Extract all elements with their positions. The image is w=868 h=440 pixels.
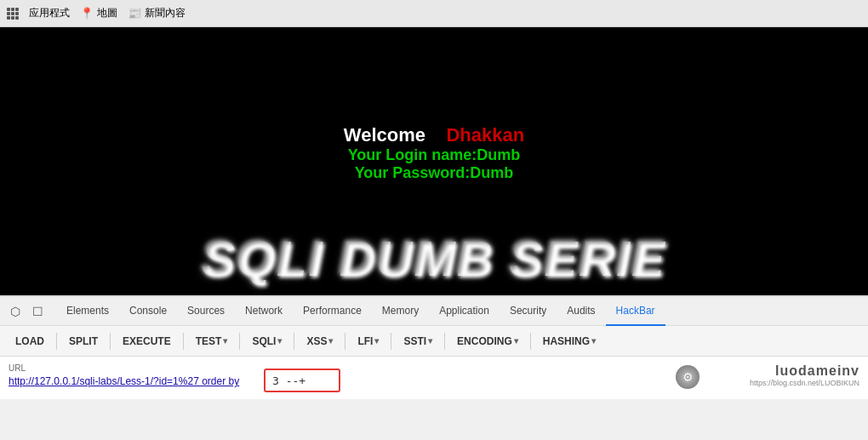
- divider-5: [294, 333, 294, 350]
- url-value-text[interactable]: http://127.0.0.1/sqli-labs/Less-1/?id=1%…: [9, 375, 239, 387]
- welcome-line: Welcome Dhakkan: [344, 124, 524, 146]
- hackbar-load-button[interactable]: LOAD: [9, 332, 51, 351]
- url-order-input[interactable]: 3 --+: [264, 369, 340, 392]
- app-menu-item-maps[interactable]: 📍 地圖: [80, 6, 117, 20]
- divider-7: [391, 333, 391, 350]
- apps-label: 应用程式: [29, 6, 70, 20]
- lfi-dropdown-arrow: ▾: [374, 336, 379, 346]
- app-menu-item-news[interactable]: 📰 新聞內容: [128, 6, 186, 20]
- hashing-dropdown-arrow: ▾: [591, 336, 596, 346]
- luodameinv-name: luodameinv: [775, 363, 859, 379]
- encoding-dropdown-arrow: ▾: [514, 336, 518, 346]
- map-icon: 📍: [80, 7, 94, 20]
- divider-8: [444, 333, 445, 350]
- news-icon: 📰: [128, 7, 141, 20]
- tab-application[interactable]: Application: [429, 297, 500, 326]
- dhakkan-name: Dhakkan: [446, 124, 524, 146]
- devtools-panel: ⬡ ☐ Elements Console Sources Network Per…: [0, 295, 868, 399]
- sqli-dropdown-arrow: ▾: [277, 336, 282, 346]
- tab-memory[interactable]: Memory: [372, 297, 429, 326]
- tab-console[interactable]: Console: [119, 297, 177, 326]
- divider-2: [110, 333, 111, 350]
- luodameinv-icon: ⚙: [676, 365, 700, 389]
- grid-icon: [7, 8, 19, 20]
- maps-label: 地圖: [97, 6, 117, 20]
- xss-dropdown-arrow: ▾: [328, 336, 333, 346]
- divider-3: [183, 333, 184, 350]
- hackbar-encoding-button[interactable]: ENCODING ▾: [450, 332, 525, 351]
- tab-security[interactable]: Security: [500, 297, 557, 326]
- test-dropdown-arrow: ▾: [223, 336, 227, 346]
- divider-6: [345, 333, 345, 350]
- password-line: Your Password:Dumb: [344, 164, 524, 182]
- tab-sources[interactable]: Sources: [177, 297, 235, 326]
- browser-top-bar: 应用程式 📍 地圖 📰 新聞內容: [0, 0, 868, 27]
- hackbar-hashing-button[interactable]: HASHING ▾: [536, 332, 602, 351]
- url-label: URL: [9, 363, 26, 373]
- hackbar-url-row: URL http://127.0.0.1/sqli-labs/Less-1/?i…: [0, 357, 868, 399]
- welcome-block: Welcome Dhakkan Your Login name:Dumb You…: [344, 124, 524, 182]
- tab-performance[interactable]: Performance: [293, 297, 372, 326]
- tab-audits[interactable]: Audits: [557, 297, 605, 326]
- login-name-line: Your Login name:Dumb: [344, 146, 524, 164]
- luodameinv-logo: luodameinv https://blog.csdn.net/LUOBIKU…: [750, 363, 859, 387]
- hackbar-split-button[interactable]: SPLIT: [62, 332, 105, 351]
- hackbar-sqli-button[interactable]: SQLI ▾: [245, 332, 288, 351]
- devtools-tabs-bar: ⬡ ☐ Elements Console Sources Network Per…: [0, 297, 868, 326]
- hackbar-xss-button[interactable]: XSS ▾: [300, 332, 340, 351]
- app-menu-item-apps[interactable]: 应用程式: [29, 6, 70, 20]
- divider-1: [56, 333, 57, 350]
- url-input-value: 3 --+: [272, 374, 306, 387]
- web-content-area: Welcome Dhakkan Your Login name:Dumb You…: [0, 27, 868, 295]
- hackbar-lfi-button[interactable]: LFI ▾: [351, 332, 385, 351]
- ssti-dropdown-arrow: ▾: [428, 336, 432, 346]
- tab-elements[interactable]: Elements: [56, 297, 119, 326]
- sqli-dumb-title: SQLI DUMB SERIE: [0, 230, 868, 287]
- news-label: 新聞內容: [145, 6, 186, 20]
- luodameinv-url-text: https://blog.csdn.net/LUOBIKUN: [750, 379, 859, 387]
- hackbar-execute-button[interactable]: EXECUTE: [116, 332, 178, 351]
- inspect-icon[interactable]: ⬡: [7, 303, 24, 320]
- tab-hackbar[interactable]: HackBar: [606, 297, 665, 326]
- divider-9: [530, 333, 531, 350]
- welcome-label: Welcome: [344, 124, 425, 146]
- hackbar-ssti-button[interactable]: SSTI ▾: [397, 332, 439, 351]
- hackbar-toolbar: LOAD SPLIT EXECUTE TEST ▾ SQLI ▾ XSS ▾ L…: [0, 326, 868, 357]
- tab-network[interactable]: Network: [235, 297, 293, 326]
- divider-4: [239, 333, 240, 350]
- hackbar-test-button[interactable]: TEST ▾: [189, 332, 235, 351]
- devtools-nav-icons: ⬡ ☐: [7, 303, 46, 320]
- device-icon[interactable]: ☐: [29, 303, 46, 320]
